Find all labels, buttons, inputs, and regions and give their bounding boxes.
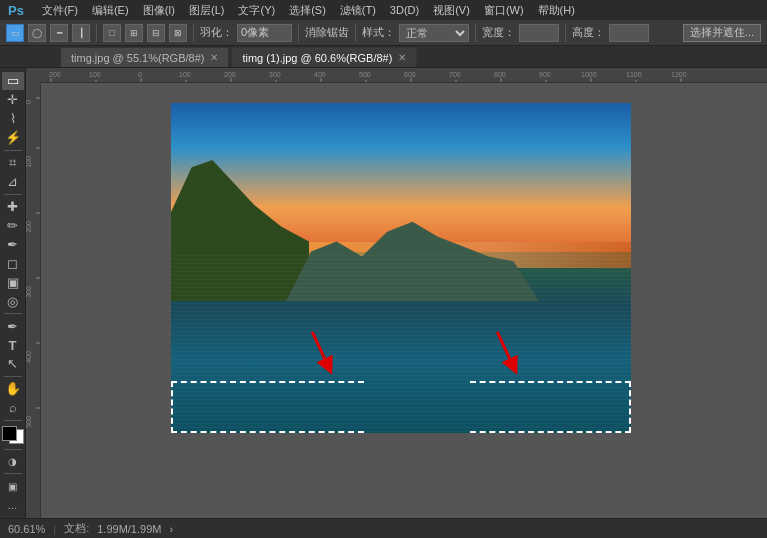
svg-text:500: 500 xyxy=(359,71,371,78)
svg-text:200: 200 xyxy=(49,71,61,78)
menu-layer[interactable]: 图层(L) xyxy=(183,2,230,19)
text-tool-btn[interactable]: T xyxy=(2,336,24,354)
selection-add-icon[interactable]: ⊞ xyxy=(125,24,143,42)
menu-view[interactable]: 视图(V) xyxy=(427,2,476,19)
eyedropper-tool-btn[interactable]: ⊿ xyxy=(2,173,24,191)
width-input[interactable] xyxy=(519,24,559,42)
statusbar: 60.61% | 文档: 1.99M/1.99M › xyxy=(0,518,767,538)
opt-sep5 xyxy=(475,24,476,42)
menu-window[interactable]: 窗口(W) xyxy=(478,2,530,19)
screen-mode-btn[interactable]: ▣ xyxy=(2,477,24,495)
app-logo: Ps xyxy=(4,3,28,18)
path-selection-tool-btn[interactable]: ↖ xyxy=(2,355,24,373)
tool-sep7 xyxy=(4,473,22,474)
menu-image[interactable]: 图像(I) xyxy=(137,2,181,19)
tool-sep2 xyxy=(4,194,22,195)
selection-subtract-icon[interactable]: ⊟ xyxy=(147,24,165,42)
height-label: 高度： xyxy=(572,25,605,40)
hand-tool-btn[interactable]: ✋ xyxy=(2,380,24,398)
height-input[interactable] xyxy=(609,24,649,42)
svg-text:300: 300 xyxy=(269,71,281,78)
lasso-tool-btn[interactable]: ⌇ xyxy=(2,110,24,128)
menu-3d[interactable]: 3D(D) xyxy=(384,3,425,17)
menu-file[interactable]: 文件(F) xyxy=(36,2,84,19)
svg-text:100: 100 xyxy=(89,71,101,78)
quick-mask-btn[interactable]: ◑ xyxy=(2,452,24,470)
marquee-rect-icon[interactable]: ▭ xyxy=(6,24,24,42)
menu-edit[interactable]: 编辑(E) xyxy=(86,2,135,19)
ruler-vertical: 0 100 200 300 400 500 xyxy=(26,68,41,518)
opt-sep2 xyxy=(193,24,194,42)
ruler-horizontal: 200 100 0 100 200 300 400 500 600 700 xyxy=(41,68,767,83)
selection-intersect-icon[interactable]: ⊠ xyxy=(169,24,187,42)
tabbar: timg.jpg @ 55.1%(RGB/8#) ✕ timg (1).jpg … xyxy=(0,46,767,68)
doc-size-value: 1.99M/1.99M xyxy=(97,523,161,535)
tab-timg-label: timg.jpg @ 55.1%(RGB/8#) xyxy=(71,52,204,64)
menu-select[interactable]: 选择(S) xyxy=(283,2,332,19)
marquee-row-icon[interactable]: ━ xyxy=(50,24,68,42)
marquee-ellipse-icon[interactable]: ◯ xyxy=(28,24,46,42)
extra-tools-btn[interactable]: … xyxy=(2,496,24,514)
canvas-area: 200 100 0 100 200 300 400 500 600 700 xyxy=(26,68,767,518)
svg-text:100: 100 xyxy=(26,156,32,168)
gradient-tool-btn[interactable]: ▣ xyxy=(2,273,24,291)
svg-text:200: 200 xyxy=(224,71,236,78)
toolbar: ▭ ✛ ⌇ ⚡ ⌗ ⊿ ✚ ✏ ✒ ◻ ▣ ◎ ✒ T ↖ ✋ ⌕ ◑ ▣ … xyxy=(0,68,26,518)
foreground-color xyxy=(2,426,17,441)
eraser-tool-btn[interactable]: ◻ xyxy=(2,254,24,272)
zoom-tool-btn[interactable]: ⌕ xyxy=(2,399,24,417)
dodge-tool-btn[interactable]: ◎ xyxy=(2,292,24,310)
clone-tool-btn[interactable]: ✒ xyxy=(2,235,24,253)
pen-tool-btn[interactable]: ✒ xyxy=(2,317,24,335)
style-select[interactable]: 正常 固定比例 固定大小 xyxy=(399,24,469,42)
svg-text:200: 200 xyxy=(26,221,32,233)
select-mask-button[interactable]: 选择并遮住... xyxy=(683,24,761,42)
marquee-col-icon[interactable]: ┃ xyxy=(72,24,90,42)
optionsbar: ▭ ◯ ━ ┃ □ ⊞ ⊟ ⊠ 羽化： 消除锯齿 样式： 正常 固定比例 固定大… xyxy=(0,20,767,46)
doc-size-label: 文档: xyxy=(64,521,89,536)
svg-text:0: 0 xyxy=(138,71,142,78)
move-tool-btn[interactable]: ✛ xyxy=(2,91,24,109)
healing-tool-btn[interactable]: ✚ xyxy=(2,197,24,215)
tool-sep4 xyxy=(4,376,22,377)
status-expand-arrow[interactable]: › xyxy=(169,523,173,535)
canvas-image xyxy=(171,103,631,433)
crop-tool-btn[interactable]: ⌗ xyxy=(2,154,24,172)
marquee-tool-btn[interactable]: ▭ xyxy=(2,72,24,90)
svg-text:300: 300 xyxy=(26,286,32,298)
antialias-label: 消除锯齿 xyxy=(305,25,349,40)
feather-input[interactable] xyxy=(237,24,292,42)
svg-text:1200: 1200 xyxy=(671,71,687,78)
tab-timg1[interactable]: timg (1).jpg @ 60.6%(RGB/8#) ✕ xyxy=(231,47,417,67)
svg-text:400: 400 xyxy=(26,351,32,363)
svg-text:400: 400 xyxy=(314,71,326,78)
opt-sep1 xyxy=(96,24,97,42)
feather-label: 羽化： xyxy=(200,25,233,40)
color-swatch[interactable] xyxy=(2,426,24,444)
svg-text:1100: 1100 xyxy=(626,71,642,78)
opt-sep6 xyxy=(565,24,566,42)
tab-timg-close[interactable]: ✕ xyxy=(210,52,218,63)
svg-text:1000: 1000 xyxy=(581,71,597,78)
zoom-level: 60.61% xyxy=(8,523,45,535)
svg-text:600: 600 xyxy=(404,71,416,78)
tab-timg1-close[interactable]: ✕ xyxy=(398,52,406,63)
menu-text[interactable]: 文字(Y) xyxy=(232,2,281,19)
menubar: Ps 文件(F) 编辑(E) 图像(I) 图层(L) 文字(Y) 选择(S) 滤… xyxy=(0,0,767,20)
svg-line-43 xyxy=(303,332,338,367)
menu-help[interactable]: 帮助(H) xyxy=(532,2,581,19)
tool-sep6 xyxy=(4,449,22,450)
opt-sep4 xyxy=(355,24,356,42)
tool-sep3 xyxy=(4,313,22,314)
main-area: ▭ ✛ ⌇ ⚡ ⌗ ⊿ ✚ ✏ ✒ ◻ ▣ ◎ ✒ T ↖ ✋ ⌕ ◑ ▣ … xyxy=(0,68,767,518)
tab-timg[interactable]: timg.jpg @ 55.1%(RGB/8#) ✕ xyxy=(60,47,229,67)
svg-text:100: 100 xyxy=(179,71,191,78)
ruler-corner xyxy=(26,68,41,83)
menu-filter[interactable]: 滤镜(T) xyxy=(334,2,382,19)
magic-wand-tool-btn[interactable]: ⚡ xyxy=(2,129,24,147)
svg-text:0: 0 xyxy=(26,100,32,104)
selection-new-icon[interactable]: □ xyxy=(103,24,121,42)
brush-tool-btn[interactable]: ✏ xyxy=(2,216,24,234)
svg-text:500: 500 xyxy=(26,416,32,428)
tool-sep1 xyxy=(4,150,22,151)
